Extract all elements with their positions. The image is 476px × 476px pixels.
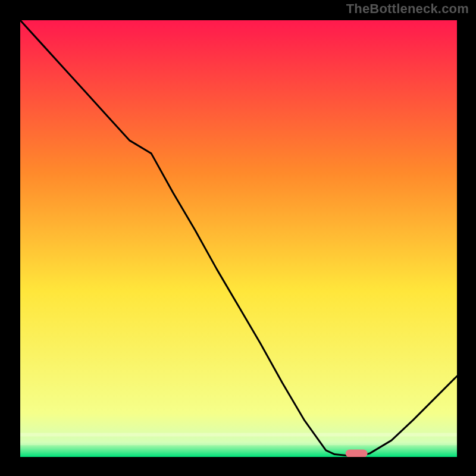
optimal-range-marker (346, 450, 368, 457)
chart-svg (20, 20, 457, 457)
gradient-background (20, 20, 457, 457)
gradient-band (20, 441, 457, 445)
source-label: TheBottleneck.com (346, 1, 469, 17)
chart-frame: TheBottleneck.com (0, 0, 476, 476)
bottleneck-chart (20, 20, 458, 458)
gradient-band (20, 433, 457, 437)
